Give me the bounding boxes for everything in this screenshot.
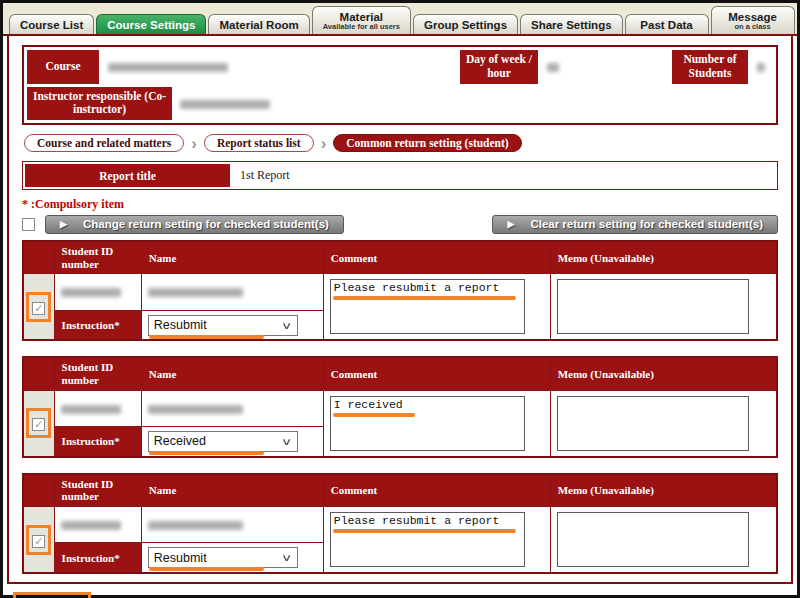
student-table-3: Student ID number Name Comment Memo (Una… xyxy=(22,473,778,574)
comment-textarea[interactable]: I received xyxy=(330,396,525,451)
tab-past-data[interactable]: Past Data xyxy=(625,14,709,34)
student-id-redacted xyxy=(61,288,121,297)
student-checkbox-cell: ✓ xyxy=(23,390,54,457)
checkbox-column-header xyxy=(23,474,54,507)
tab-course-settings[interactable]: Course Settings xyxy=(96,14,206,34)
student-name-value xyxy=(141,507,323,543)
instruction-select[interactable]: Received ∨ xyxy=(148,431,298,452)
tab-message-sub: on a class xyxy=(722,23,784,31)
breadcrumb-common-return-setting[interactable]: Common return setting (student) xyxy=(333,134,521,152)
tab-share-settings[interactable]: Share Settings xyxy=(520,14,623,34)
instruction-label: Instruction* xyxy=(54,310,141,340)
highlight-box: Register xyxy=(13,592,91,598)
comment-textarea[interactable]: Please resubmit a report xyxy=(330,512,525,567)
highlight-underline xyxy=(333,296,516,300)
select-all-checkbox[interactable] xyxy=(22,218,35,231)
student-id-header: Student ID number xyxy=(54,357,141,390)
memo-textarea[interactable] xyxy=(557,512,749,567)
highlight-box xyxy=(26,525,51,555)
comment-cell: Please resubmit a report xyxy=(323,274,550,341)
bulk-action-row: ▶ Change return setting for checked stud… xyxy=(22,215,778,234)
chevron-down-icon: ∨ xyxy=(281,320,293,331)
course-value xyxy=(102,50,457,84)
highlight-box xyxy=(26,292,51,322)
tab-group-settings[interactable]: Group Settings xyxy=(413,14,518,34)
student-name-redacted xyxy=(148,288,243,297)
student-table-1: Student ID number Name Comment Memo (Una… xyxy=(22,240,778,341)
highlight-underline xyxy=(149,451,264,455)
compulsory-note: * :Compulsory item xyxy=(22,197,778,212)
highlight-box xyxy=(26,408,51,438)
student-name-redacted xyxy=(148,405,243,414)
student-id-header: Student ID number xyxy=(54,241,141,274)
student-id-redacted xyxy=(61,405,121,414)
highlight-underline xyxy=(333,529,516,533)
chevron-down-icon: ∨ xyxy=(281,552,293,563)
comment-header: Comment xyxy=(323,241,550,274)
chevron-right-icon: › xyxy=(191,135,197,152)
comment-header: Comment xyxy=(323,474,550,507)
memo-cell xyxy=(550,274,777,341)
footer-actions: Register Back xyxy=(3,584,797,598)
student-id-value xyxy=(54,274,141,310)
instructor-value-cont xyxy=(460,87,773,121)
report-title-label: Report title xyxy=(25,164,230,187)
student-name-value xyxy=(141,274,323,310)
student-id-value xyxy=(54,390,141,426)
student-table-2: Student ID number Name Comment Memo (Una… xyxy=(22,356,778,457)
name-header: Name xyxy=(141,474,323,507)
breadcrumb-report-status-list[interactable]: Report status list xyxy=(204,134,314,152)
student-id-value xyxy=(54,507,141,543)
name-header: Name xyxy=(141,357,323,390)
tab-material-room[interactable]: Material Room xyxy=(208,14,309,34)
comment-text: Please resubmit a report xyxy=(334,514,500,527)
highlight-underline xyxy=(149,335,264,339)
clear-return-setting-button[interactable]: ▶ Clear return setting for checked stude… xyxy=(492,215,778,234)
instruction-selected-value: Resubmit xyxy=(154,551,207,565)
instruction-select[interactable]: Resubmit ∨ xyxy=(148,547,298,568)
breadcrumb: Course and related matters › Report stat… xyxy=(24,134,776,152)
instruction-selected-value: Received xyxy=(154,434,206,448)
main-content: Course Day of week / hour Number of Stud… xyxy=(7,36,793,584)
memo-textarea[interactable] xyxy=(557,396,749,451)
instruction-selected-value: Resubmit xyxy=(154,318,207,332)
number-of-students-value xyxy=(751,50,773,84)
student-id-redacted xyxy=(61,521,121,530)
instructor-label: Instructor responsible (Co-instructor) xyxy=(27,87,172,121)
instruction-select-cell: Received ∨ xyxy=(141,426,323,456)
memo-textarea[interactable] xyxy=(557,279,749,334)
day-of-week-label: Day of week / hour xyxy=(460,50,538,84)
course-value-redacted xyxy=(108,63,228,72)
window-frame: Course List Course Settings Material Roo… xyxy=(0,0,800,598)
tab-course-list[interactable]: Course List xyxy=(9,14,94,34)
report-title-table: Report title 1st Report xyxy=(22,161,778,190)
comment-text: I received xyxy=(334,398,403,411)
day-of-week-value xyxy=(541,50,669,84)
tab-material-sub: Available for all users xyxy=(323,23,400,31)
change-return-setting-label: Change return setting for checked studen… xyxy=(83,218,329,230)
checkbox-column-header xyxy=(23,241,54,274)
instructor-value xyxy=(172,87,457,121)
instruction-select[interactable]: Resubmit ∨ xyxy=(148,315,298,336)
play-arrow-icon: ▶ xyxy=(507,219,514,229)
student-checkbox-cell: ✓ xyxy=(23,507,54,574)
chevron-right-icon: › xyxy=(321,135,327,152)
tab-material[interactable]: Material Available for all users xyxy=(312,6,411,34)
instruction-label: Instruction* xyxy=(54,426,141,456)
memo-header: Memo (Unavailable) xyxy=(550,474,777,507)
name-header: Name xyxy=(141,241,323,274)
tab-message[interactable]: Message on a class xyxy=(711,6,795,34)
students-value-redacted xyxy=(757,63,765,72)
memo-cell xyxy=(550,390,777,457)
memo-cell xyxy=(550,507,777,574)
student-name-value xyxy=(141,390,323,426)
instruction-select-cell: Resubmit ∨ xyxy=(141,543,323,573)
comment-header: Comment xyxy=(323,357,550,390)
comment-textarea[interactable]: Please resubmit a report xyxy=(330,279,525,334)
tab-bar: Course List Course Settings Material Roo… xyxy=(3,3,797,34)
instruction-label: Instruction* xyxy=(54,543,141,573)
breadcrumb-course-matters[interactable]: Course and related matters xyxy=(24,134,184,152)
change-return-setting-button[interactable]: ▶ Change return setting for checked stud… xyxy=(45,215,344,234)
chevron-down-icon: ∨ xyxy=(281,436,293,447)
student-checkbox-cell: ✓ xyxy=(23,274,54,341)
